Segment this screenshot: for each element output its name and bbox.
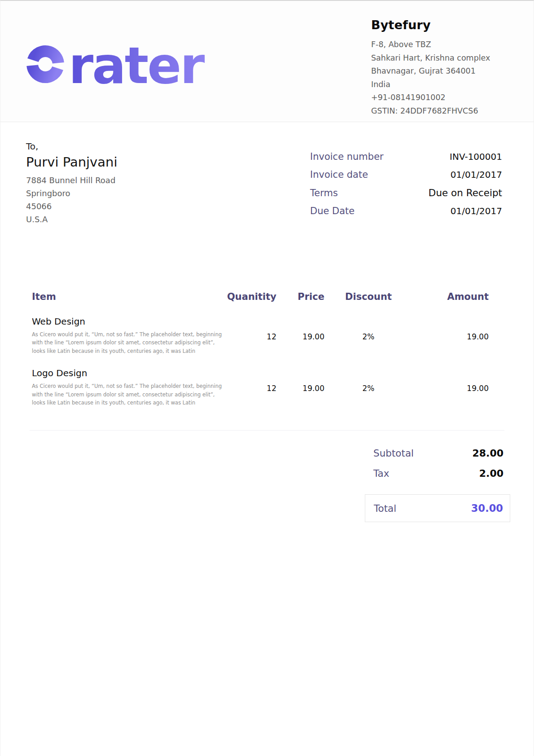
item-discount: 2% <box>324 332 412 355</box>
total-label: Total <box>374 503 396 514</box>
tax-value: 2.00 <box>479 468 503 479</box>
customer-address-line: 45066 <box>26 200 117 213</box>
customer-address-line: 7884 Bunnel Hill Road <box>26 174 117 187</box>
item-price: 19.00 <box>276 332 324 355</box>
item-name: Logo Design <box>32 368 225 378</box>
bill-to-block: To, Purvi Panjvani 7884 Bunnel Hill Road… <box>26 141 117 226</box>
company-name: Bytefury <box>371 18 506 32</box>
invoice-header: rater Bytefury F-8, Above TBZ Sahkari Ha… <box>0 1 534 122</box>
total-value: 30.00 <box>471 502 503 514</box>
customer-address-line: U.S.A <box>26 213 117 226</box>
totals-section: Subtotal 28.00 Tax 2.00 Total 30.00 <box>365 448 510 522</box>
terms-row: Terms Due on Receipt <box>310 187 502 198</box>
invoice-meta: Invoice number INV-100001 Invoice date 0… <box>310 141 502 226</box>
company-address-line: Bhavnagar, Gujrat 364001 <box>371 65 506 78</box>
crater-logo-image: rater <box>22 36 220 91</box>
item-quantity: 12 <box>225 332 276 355</box>
column-header-item: Item <box>32 291 225 302</box>
parties-section: To, Purvi Panjvani 7884 Bunnel Hill Road… <box>0 122 534 226</box>
item-description: As Cicero would put it, “Um, not so fast… <box>32 330 224 355</box>
item-cell: Web Design As Cicero would put it, “Um, … <box>32 316 225 355</box>
item-price: 19.00 <box>276 384 324 407</box>
subtotal-row: Subtotal 28.00 <box>365 448 510 459</box>
items-table: Item Quanitity Price Discount Amount Web… <box>30 291 504 431</box>
company-phone: +91-08141901002 <box>371 91 506 105</box>
item-name: Web Design <box>32 316 225 327</box>
item-description: As Cicero would put it, “Um, not so fast… <box>32 382 224 407</box>
item-amount: 19.00 <box>412 384 504 407</box>
invoice-page: rater Bytefury F-8, Above TBZ Sahkari Ha… <box>0 0 534 756</box>
table-row: Logo Design As Cicero would put it, “Um,… <box>30 368 504 419</box>
invoice-number-value: INV-100001 <box>450 151 502 162</box>
column-header-price: Price <box>276 291 324 302</box>
due-date-label: Due Date <box>310 206 355 216</box>
invoice-date-label: Invoice date <box>310 169 368 180</box>
item-quantity: 12 <box>225 384 276 407</box>
terms-label: Terms <box>310 188 338 198</box>
invoice-number-row: Invoice number INV-100001 <box>310 151 502 162</box>
table-row: Web Design As Cicero would put it, “Um, … <box>30 316 504 368</box>
company-gstin: GSTIN: 24DDF7682FHVCS6 <box>371 105 506 118</box>
due-date-row: Due Date 01/01/2017 <box>310 206 502 216</box>
crater-wordmark-text: rater <box>69 36 205 91</box>
bill-to-label: To, <box>26 141 117 152</box>
company-address-line: Sahkari Hart, Krishna complex <box>371 52 506 65</box>
items-table-header: Item Quanitity Price Discount Amount <box>30 291 504 316</box>
invoice-date-value: 01/01/2017 <box>451 169 502 180</box>
tax-label: Tax <box>373 468 389 479</box>
column-header-discount: Discount <box>324 291 412 302</box>
item-discount: 2% <box>324 384 412 407</box>
column-header-amount: Amount <box>412 291 504 302</box>
invoice-date-row: Invoice date 01/01/2017 <box>310 169 502 180</box>
tax-row: Tax 2.00 <box>365 468 510 479</box>
customer-name: Purvi Panjvani <box>26 154 117 170</box>
company-address-line: F-8, Above TBZ <box>371 38 506 52</box>
column-header-quantity: Quanitity <box>225 291 276 302</box>
company-info: Bytefury F-8, Above TBZ Sahkari Hart, Kr… <box>371 1 506 122</box>
company-address-line: India <box>371 78 506 92</box>
crater-c-mark <box>29 48 61 80</box>
subtotal-label: Subtotal <box>373 448 414 459</box>
invoice-number-label: Invoice number <box>310 151 384 162</box>
crater-logo: rater <box>22 36 220 93</box>
subtotal-value: 28.00 <box>472 448 503 459</box>
total-box: Total 30.00 <box>365 494 510 522</box>
customer-address-line: Springboro <box>26 187 117 200</box>
terms-value: Due on Receipt <box>429 187 502 198</box>
item-cell: Logo Design As Cicero would put it, “Um,… <box>32 368 225 407</box>
due-date-value: 01/01/2017 <box>451 206 502 216</box>
item-amount: 19.00 <box>412 332 504 355</box>
